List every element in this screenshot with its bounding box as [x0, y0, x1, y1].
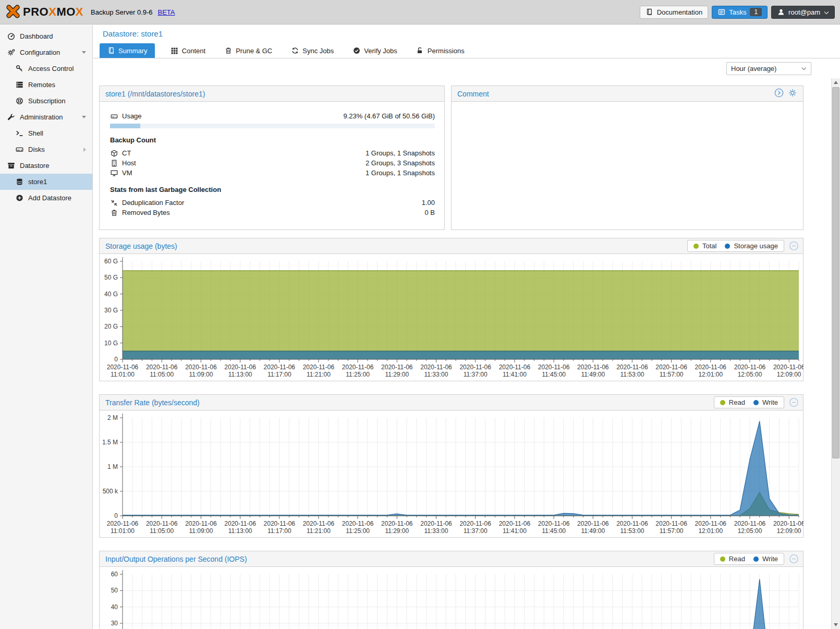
svg-text:2020-11-06: 2020-11-06 [459, 520, 491, 527]
info-panel-title: store1 (/mnt/datastores/store1) [100, 86, 444, 102]
tab-prune-gc[interactable]: Prune & GC [221, 43, 275, 58]
svg-text:10 G: 10 G [104, 340, 118, 347]
svg-text:11:17:00: 11:17:00 [267, 371, 291, 378]
svg-text:11:37:00: 11:37:00 [464, 371, 488, 378]
scroll-down-arrow-icon[interactable] [834, 623, 838, 626]
svg-text:2020-11-06: 2020-11-06 [538, 520, 570, 527]
time-range-select[interactable]: Hour (average) [726, 62, 811, 75]
svg-text:2020-11-06: 2020-11-06 [342, 364, 374, 371]
sidebar: Dashboard Configuration Access Control R… [0, 25, 93, 629]
sidebar-item-datastore[interactable]: Datastore [0, 158, 92, 174]
svg-text:2020-11-06: 2020-11-06 [185, 364, 217, 371]
svg-text:11:49:00: 11:49:00 [581, 371, 605, 378]
sidebar-item-remotes[interactable]: Remotes [0, 77, 92, 93]
svg-text:20 G: 20 G [104, 323, 118, 330]
svg-text:2 M: 2 M [107, 414, 118, 421]
sidebar-item-configuration[interactable]: Configuration [0, 44, 92, 61]
tasks-button[interactable]: Tasks 1 [712, 6, 768, 19]
gc-row-removed-bytes: Removed Bytes 0 B [110, 208, 435, 217]
svg-text:40 G: 40 G [104, 291, 118, 298]
svg-text:11:41:00: 11:41:00 [503, 371, 527, 378]
comment-panel-body[interactable] [452, 102, 803, 230]
legend-read[interactable]: Read [720, 555, 745, 563]
book-icon [646, 8, 653, 16]
svg-text:2020-11-06: 2020-11-06 [655, 364, 687, 371]
svg-text:11:09:00: 11:09:00 [189, 371, 213, 378]
disk-icon [16, 146, 23, 153]
beta-link[interactable]: BETA [158, 8, 175, 16]
collapse-chart-icon[interactable] [789, 554, 799, 564]
svg-text:2020-11-06: 2020-11-06 [420, 364, 452, 371]
backup-count-heading: Backup Count [110, 136, 435, 144]
svg-text:40: 40 [111, 603, 118, 611]
svg-text:2020-11-06: 2020-11-06 [420, 520, 452, 527]
vertical-scrollbar[interactable] [831, 78, 840, 629]
svg-text:12:09:00: 12:09:00 [777, 527, 801, 535]
tab-verify-jobs[interactable]: Verify Jobs [349, 43, 400, 58]
chevron-down-icon[interactable] [82, 116, 86, 118]
svg-text:11:13:00: 11:13:00 [228, 527, 252, 535]
svg-text:12:05:00: 12:05:00 [738, 371, 762, 378]
svg-text:11:41:00: 11:41:00 [503, 527, 527, 535]
svg-text:2020-11-06: 2020-11-06 [107, 364, 139, 371]
sidebar-item-access-control[interactable]: Access Control [0, 61, 92, 77]
legend-total[interactable]: Total [693, 242, 716, 250]
sidebar-item-administration[interactable]: Administration [0, 109, 92, 125]
sidebar-item-shell[interactable]: Shell [0, 125, 92, 141]
legend-read[interactable]: Read [720, 398, 745, 406]
backup-count-row-ct: CT 1 Groups, 1 Snapshots [110, 148, 435, 158]
transfer-rate-chart-panel: Transfer Rate (bytes/second) ReadWrite 0… [99, 394, 804, 538]
arrow-circle-right-icon[interactable] [774, 88, 784, 99]
chevron-right-icon[interactable] [83, 148, 86, 152]
scroll-up-arrow-icon[interactable] [834, 81, 838, 84]
storage-usage-chart: 010 G20 G30 G40 G50 G60 G2020-11-0611:01… [100, 254, 803, 382]
tab-permissions[interactable]: Permissions [413, 43, 468, 58]
scrollbar-thumb[interactable] [832, 87, 839, 458]
svg-text:11:53:00: 11:53:00 [620, 527, 644, 535]
svg-text:11:33:00: 11:33:00 [424, 527, 448, 535]
svg-text:2020-11-06: 2020-11-06 [773, 364, 804, 371]
sidebar-item-subscription[interactable]: Subscription [0, 93, 92, 109]
sidebar-item-store1[interactable]: store1 [0, 174, 92, 190]
tab-summary[interactable]: Summary [100, 43, 155, 58]
svg-text:11:29:00: 11:29:00 [385, 371, 409, 378]
gear-icon[interactable] [788, 88, 797, 99]
svg-text:1 M: 1 M [107, 463, 118, 470]
sidebar-item-disks[interactable]: Disks [0, 141, 92, 158]
svg-text:2020-11-06: 2020-11-06 [224, 364, 256, 371]
check-circle-icon [352, 47, 360, 55]
svg-text:12:09:00: 12:09:00 [777, 371, 801, 378]
svg-text:11:45:00: 11:45:00 [542, 371, 566, 378]
legend-write[interactable]: Write [753, 555, 778, 563]
remotes-icon [16, 81, 23, 89]
chevron-down-icon[interactable] [82, 51, 86, 54]
unlock-icon [416, 47, 424, 55]
svg-text:2020-11-06: 2020-11-06 [538, 364, 570, 371]
user-icon [777, 8, 785, 16]
svg-text:50: 50 [111, 587, 118, 594]
chart-title: Transfer Rate (bytes/second) [105, 398, 200, 407]
sidebar-item-dashboard[interactable]: Dashboard [0, 28, 92, 44]
svg-text:2020-11-06: 2020-11-06 [695, 364, 727, 371]
legend-storage-usage[interactable]: Storage usage [725, 242, 778, 250]
svg-text:2020-11-06: 2020-11-06 [107, 520, 139, 527]
collapse-chart-icon[interactable] [789, 241, 799, 251]
gears-icon [7, 49, 15, 56]
collapse-chart-icon[interactable] [789, 397, 799, 407]
svg-text:2020-11-06: 2020-11-06 [616, 364, 648, 371]
svg-text:0: 0 [114, 356, 118, 363]
documentation-button[interactable]: Documentation [640, 6, 708, 19]
chevron-down-icon [824, 8, 829, 16]
user-menu-button[interactable]: root@pam [771, 6, 835, 19]
tab-content[interactable]: Content [167, 43, 209, 58]
svg-text:2020-11-06: 2020-11-06 [734, 364, 766, 371]
legend-write[interactable]: Write [753, 398, 778, 406]
svg-text:2020-11-06: 2020-11-06 [146, 364, 178, 371]
svg-text:11:57:00: 11:57:00 [660, 527, 684, 535]
sidebar-item-add-datastore[interactable]: Add Datastore [0, 190, 92, 206]
svg-text:11:05:00: 11:05:00 [150, 527, 174, 535]
summary-content: store1 (/mnt/datastores/store1) Usage 9.… [93, 78, 840, 629]
proxmox-x-logo-icon [5, 4, 21, 21]
tab-sync-jobs[interactable]: Sync Jobs [288, 43, 337, 58]
summary-toolbar: Hour (average) [93, 58, 840, 78]
